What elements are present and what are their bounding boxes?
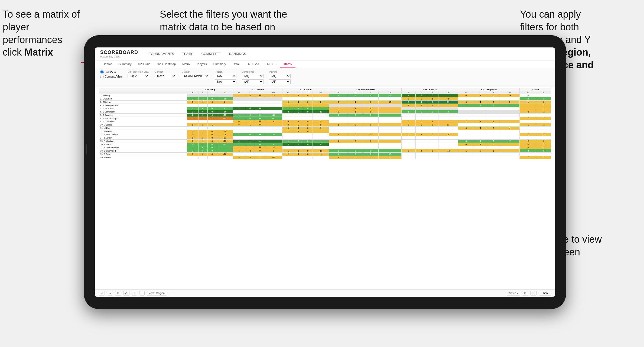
cell-r17-c19: -10 <box>438 149 458 153</box>
cell-r10-c7 <box>265 127 282 130</box>
cell-r15-c2: 0 <box>207 143 217 146</box>
undo-button[interactable]: ↩ <box>99 291 105 295</box>
matrix-area[interactable]: 1. W Ding 2. L Clanton 3. J Koivun 4. M … <box>95 86 555 289</box>
cell-r4-c0: 1 <box>187 107 198 110</box>
full-view-radio[interactable]: Full View <box>100 70 122 74</box>
division-label: Division <box>182 70 209 73</box>
max-players-select[interactable]: Top 25 <box>128 74 149 78</box>
compact-view-radio[interactable]: Compact View <box>100 75 122 78</box>
header-empty <box>99 88 187 91</box>
nav-rankings[interactable]: RANKINGS <box>229 51 246 57</box>
cell-r12-c0: 1 <box>187 133 198 136</box>
nav-menu: TOURNAMENTS TEAMS COMMITTEE RANKINGS <box>149 51 246 57</box>
cell-r2-c21: 1 <box>474 101 487 104</box>
player-name-2: 3. J Koivun <box>99 101 187 104</box>
cell-r17-c23 <box>500 149 520 153</box>
players-select-2[interactable]: (All) <box>269 79 291 84</box>
cell-r13-c2: 0 <box>207 136 217 140</box>
cell-r6-c5: 0 <box>245 114 255 117</box>
subnav-h2h-grid2[interactable]: H2H Grid <box>243 60 262 68</box>
subnav-matrix-active[interactable]: Matrix <box>280 60 295 68</box>
conference-select-1[interactable]: (All) <box>242 74 264 78</box>
cell-r16-c10 <box>303 146 313 149</box>
cell-r1-c2: 0 <box>207 97 217 101</box>
cell-r10-c12 <box>329 127 348 130</box>
conference-select-2[interactable]: (All) <box>242 79 264 84</box>
cell-r16-c7: -8 <box>265 146 282 149</box>
division-select[interactable]: NCAA Division I <box>182 74 209 78</box>
cell-r7-c9 <box>294 117 303 120</box>
cell-r7-c12 <box>329 117 348 120</box>
nav-committee[interactable]: COMMITTEE <box>201 51 221 57</box>
cell-r17-c15 <box>378 149 402 153</box>
cell-r0-c7: 11 <box>265 94 282 97</box>
cell-r11-c0: 1 <box>187 130 198 133</box>
region-select-2[interactable]: N/A <box>215 79 236 84</box>
zoom-in-button[interactable]: + <box>132 291 137 295</box>
subnav-teams[interactable]: Teams <box>100 60 115 68</box>
cell-r10-c8: 0 <box>282 127 294 130</box>
players-select-1[interactable]: (All) <box>269 74 291 78</box>
cell-r18-c10: 0 <box>303 153 313 156</box>
cell-r11-c22 <box>487 130 500 133</box>
subnav-matrix[interactable]: Matrix <box>179 60 194 68</box>
cell-r1-c9 <box>294 97 303 101</box>
cell-r5-c6 <box>255 110 265 114</box>
cell-r16-c6: 0 <box>255 146 265 149</box>
cell-r4-c19 <box>438 107 458 110</box>
cell-r6-c12: 1 <box>329 114 348 117</box>
subnav-detail[interactable]: Detail <box>229 60 243 68</box>
cell-r16-c0: 2 <box>187 146 198 149</box>
cell-r3-c10: 1 <box>303 104 313 107</box>
cell-r12-c18: 0 <box>427 133 438 136</box>
cell-r6-c7: -15 <box>265 114 282 117</box>
player-name-7: 8. P Summerhays <box>99 117 187 120</box>
share-button[interactable]: Share <box>539 291 551 295</box>
subnav-h2h-grid[interactable]: H2H Grid <box>135 60 154 68</box>
subnav-h2h-heatmap[interactable]: H2H Heatmap <box>154 60 179 68</box>
cell-r17-c7: 0 <box>265 149 282 153</box>
subnav-summary[interactable]: Summary <box>115 60 135 68</box>
nav-tournaments[interactable]: TOURNAMENTS <box>149 51 174 57</box>
cell-r4-c4: 3 <box>233 107 245 110</box>
cell-r3-c6 <box>255 104 265 107</box>
cell-r10-c6 <box>255 127 265 130</box>
subnav-players[interactable]: Players <box>194 60 210 68</box>
subnav-summary2[interactable]: Summary <box>210 60 229 68</box>
refresh-button[interactable]: ⟳ <box>115 291 121 295</box>
gender-select[interactable]: Men's <box>155 74 176 78</box>
grid-view-button[interactable]: ⊞ <box>522 291 528 295</box>
view-original-button[interactable]: View: Original <box>147 291 167 295</box>
cell-r10-c16 <box>402 127 416 130</box>
cell-r0-c9: 1 <box>294 94 303 97</box>
cell-r15-c13 <box>348 143 363 146</box>
cell-r15-c23 <box>500 143 520 146</box>
cell-r16-c1: 0 <box>198 146 207 149</box>
cell-r9-c6: 0 <box>255 123 265 127</box>
cell-r16-c9 <box>294 146 303 149</box>
cell-r15-c6: 0 <box>255 143 265 146</box>
cell-r11-c10: 0 <box>303 130 313 133</box>
region-select-1[interactable]: N/A <box>215 74 236 78</box>
redo-button[interactable]: ↪ <box>107 291 113 295</box>
cell-r3-c1 <box>198 104 207 107</box>
zoom-out-button[interactable]: − <box>139 291 145 295</box>
subnav-h2hh[interactable]: H2H H... <box>262 60 280 68</box>
cell-r4-c23 <box>500 107 520 110</box>
player-name-17: 18. C Sherwood <box>99 149 187 153</box>
cell-r16-c20 <box>458 146 474 149</box>
nav-teams[interactable]: TEAMS <box>182 51 193 57</box>
cell-r6-c25 <box>537 114 551 117</box>
cell-r14-c18 <box>427 140 438 143</box>
cell-r4-c13: 1 <box>348 107 363 110</box>
cell-r15-c7: 4 <box>265 143 282 146</box>
cell-r10-c5 <box>245 127 255 130</box>
fullscreen-button[interactable]: ⛶ <box>530 291 537 295</box>
watch-button[interactable]: Watch ▾ <box>507 291 520 295</box>
cell-r11-c5 <box>245 130 255 133</box>
cell-r3-c22: 1 <box>487 104 500 107</box>
cell-r4-c9: 1 <box>294 107 303 110</box>
cell-r4-c22 <box>487 107 500 110</box>
settings-button[interactable]: ⚙ <box>123 291 129 295</box>
cell-r19-c19 <box>438 156 458 159</box>
